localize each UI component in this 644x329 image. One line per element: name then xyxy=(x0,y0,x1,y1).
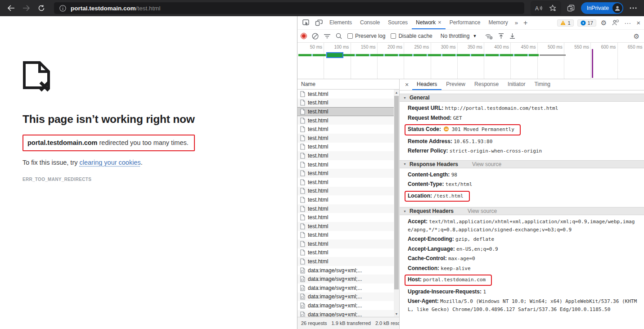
read-aloud-button[interactable]: A xyxy=(532,2,545,14)
more-tools-chevron[interactable]: » xyxy=(513,19,520,26)
close-details-button[interactable]: × xyxy=(401,81,412,88)
network-conditions-icon[interactable] xyxy=(485,33,493,40)
request-row[interactable]: test.html xyxy=(297,134,399,143)
scroll-up-arrow[interactable]: ▲ xyxy=(394,90,399,95)
scrollbar-thumb[interactable] xyxy=(394,96,399,289)
request-row[interactable]: data:image/svg+xml;... xyxy=(297,293,399,302)
warnings-badge[interactable]: 1 xyxy=(557,19,573,27)
devtools-more-menu-button[interactable]: ··· xyxy=(623,19,632,26)
request-name: test.html xyxy=(308,179,328,185)
request-row[interactable]: test.html xyxy=(297,213,399,222)
inprivate-badge[interactable]: InPrivate xyxy=(581,2,623,14)
detail-tab-initiator[interactable]: Initiator xyxy=(503,79,530,90)
collapse-caret-icon[interactable]: ▼ xyxy=(403,210,406,213)
request-row[interactable]: test.html xyxy=(297,195,399,204)
request-row[interactable]: test.html xyxy=(297,116,399,125)
import-har-icon[interactable] xyxy=(498,33,504,39)
request-row[interactable]: test.html xyxy=(297,151,399,160)
forward-button[interactable] xyxy=(20,2,32,14)
header-key: Remote Address: xyxy=(408,138,454,144)
detail-tab-response[interactable]: Response xyxy=(470,79,503,90)
request-row[interactable]: test.html xyxy=(297,160,399,169)
preserve-log-checkbox-box[interactable] xyxy=(347,33,353,39)
clear-cookies-link[interactable]: clearing your cookies xyxy=(80,159,141,166)
request-row[interactable]: test.html xyxy=(297,248,399,257)
request-row[interactable]: test.html xyxy=(297,90,399,99)
header-value: /test.html xyxy=(433,193,463,199)
request-row[interactable]: test.html xyxy=(297,257,399,266)
section-title: Request Headers xyxy=(410,208,454,214)
view-source-link[interactable]: View source xyxy=(468,208,497,214)
clear-network-log-icon[interactable] xyxy=(312,33,319,40)
devtools-tab-network[interactable]: Network× xyxy=(412,16,446,29)
inspect-cursor-icon xyxy=(302,19,310,26)
device-toolbar-button[interactable] xyxy=(313,18,324,28)
devtools-close-button[interactable]: × xyxy=(635,19,641,26)
devtools-tab-sources[interactable]: Sources xyxy=(384,16,412,29)
request-row[interactable]: test.html xyxy=(297,169,399,178)
view-source-link[interactable]: View source xyxy=(472,161,501,167)
preserve-log-checkbox[interactable]: Preserve log xyxy=(347,33,385,39)
tab-close-icon[interactable]: × xyxy=(438,19,441,26)
add-tool-button[interactable]: + xyxy=(521,19,530,27)
request-row[interactable]: test.html xyxy=(297,187,399,196)
request-row[interactable]: data:image/svg+xml;... xyxy=(297,275,399,284)
request-row[interactable]: data:image/svg+xml;... xyxy=(297,301,399,310)
network-toolbar: Preserve log Disable cache No throttling… xyxy=(297,30,644,43)
devtools-tab-performance[interactable]: Performance xyxy=(446,16,485,29)
detail-tab-preview[interactable]: Preview xyxy=(441,79,470,90)
search-icon[interactable] xyxy=(336,33,342,39)
request-row[interactable]: test.html xyxy=(297,107,399,116)
request-row[interactable]: test.html xyxy=(297,204,399,213)
request-row[interactable]: test.html xyxy=(297,178,399,187)
filter-icon[interactable] xyxy=(324,34,330,39)
request-row[interactable]: test.html xyxy=(297,239,399,248)
feedback-button[interactable] xyxy=(611,19,620,27)
address-bar[interactable]: portal.testdomain.com/test.html xyxy=(54,2,524,14)
collapse-caret-icon[interactable]: ▼ xyxy=(403,96,406,99)
devtools-tab-console[interactable]: Console xyxy=(356,16,384,29)
collections-button[interactable] xyxy=(565,2,577,14)
header-line: Content-Type: text/html xyxy=(408,180,638,189)
inspect-element-button[interactable] xyxy=(300,18,312,28)
detail-tab-headers[interactable]: Headers xyxy=(412,79,441,90)
devtools-settings-button[interactable]: ⚙ xyxy=(600,19,608,26)
name-column-header[interactable]: Name xyxy=(297,79,399,90)
profile-avatar[interactable] xyxy=(612,3,622,13)
document-icon xyxy=(300,214,305,221)
network-overview-timeline[interactable]: 50 ms100 ms150 ms200 ms250 ms300 ms350 m… xyxy=(297,43,644,79)
request-row[interactable]: data:image/svg+xml;... xyxy=(297,284,399,293)
request-row[interactable]: test.html xyxy=(297,143,399,152)
devtools-tab-memory[interactable]: Memory xyxy=(484,16,512,29)
request-row[interactable]: data:image/svg+xml;... xyxy=(297,266,399,275)
devtools-tab-elements[interactable]: Elements xyxy=(325,16,356,29)
collections-icon xyxy=(567,5,575,12)
request-row[interactable]: data:image/svg+xml;... xyxy=(297,310,399,317)
disable-cache-checkbox[interactable]: Disable cache xyxy=(391,33,432,39)
scroll-down-arrow[interactable]: ▼ xyxy=(394,311,399,317)
throttling-dropdown[interactable]: No throttling▼ xyxy=(438,32,480,41)
record-network-log-button[interactable] xyxy=(301,33,306,39)
favorites-button[interactable] xyxy=(547,2,559,14)
header-line: Status Code: 301 Moved Permanently xyxy=(408,123,638,137)
detail-tab-timing[interactable]: Timing xyxy=(530,79,555,90)
request-row[interactable]: test.html xyxy=(297,231,399,240)
collapse-caret-icon[interactable]: ▼ xyxy=(403,162,406,166)
site-info-icon[interactable] xyxy=(59,5,66,12)
settings-menu-button[interactable] xyxy=(627,2,639,14)
section-header[interactable]: ▼ General xyxy=(400,94,644,102)
export-har-icon[interactable] xyxy=(509,33,515,39)
request-row[interactable]: test.html xyxy=(297,125,399,134)
request-row[interactable]: test.html xyxy=(297,99,399,108)
header-key: Content-Type: xyxy=(408,181,446,187)
refresh-button[interactable] xyxy=(35,2,48,14)
section-header[interactable]: ▼ Request Headers View source xyxy=(400,207,644,215)
back-button[interactable] xyxy=(5,2,17,14)
issues-badge[interactable]: 17 xyxy=(577,19,596,27)
network-settings-button[interactable]: ⚙ xyxy=(633,33,640,40)
request-list-scrollbar[interactable]: ▲ ▼ xyxy=(394,90,399,317)
disable-cache-checkbox-box[interactable] xyxy=(391,33,396,39)
section-header[interactable]: ▼ Response Headers View source xyxy=(400,160,644,168)
header-key: Accept: xyxy=(408,218,429,225)
request-row[interactable]: test.html xyxy=(297,222,399,231)
